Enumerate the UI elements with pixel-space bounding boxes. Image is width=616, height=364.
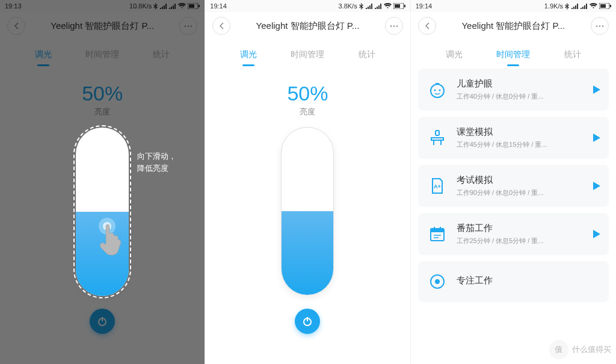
mode-subtitle: 工作40分钟 / 休息0分钟 / 重... [457, 92, 585, 101]
battery-icon [599, 3, 611, 9]
more-button[interactable] [591, 17, 609, 35]
svg-rect-11 [395, 4, 400, 8]
svg-point-22 [599, 25, 600, 26]
mode-title: 番茄工作 [457, 223, 585, 234]
brightness-slider[interactable] [281, 127, 334, 295]
tab-time-management[interactable]: 时间管理 [496, 46, 530, 64]
svg-point-24 [431, 84, 444, 97]
svg-rect-19 [600, 4, 606, 8]
calendar-icon [427, 223, 448, 245]
tabs: 调光 时间管理 统计 [411, 40, 616, 64]
mode-child-eye[interactable]: 儿童护眼 工作40分钟 / 休息0分钟 / 重... [418, 69, 609, 111]
chevron-left-icon [425, 22, 430, 29]
mode-title: 儿童护眼 [457, 78, 585, 90]
play-icon [593, 85, 600, 94]
status-netspeed: 3.8K/s [338, 2, 357, 10]
mode-title: 考试模拟 [457, 174, 585, 186]
mode-title: 专注工作 [457, 275, 600, 286]
wifi-icon [384, 3, 392, 9]
svg-rect-12 [404, 5, 405, 7]
svg-point-26 [439, 90, 440, 91]
brightness-value: 50% [287, 82, 328, 105]
exam-paper-icon: A+ [427, 175, 448, 197]
svg-rect-33 [431, 229, 444, 232]
tabs: 调光 时间管理 统计 [205, 40, 410, 64]
power-button[interactable] [295, 309, 320, 334]
screen-time-management: 19:14 1.9K/s Yeelight 智能护眼台灯 P... 调光 时间管… [411, 0, 616, 364]
status-icons: 1.9K/s [544, 2, 611, 10]
status-time: 19:14 [210, 2, 227, 10]
status-time: 19:14 [416, 2, 433, 10]
tutorial-highlight [73, 125, 131, 298]
child-face-icon [427, 79, 448, 100]
slider-fill [282, 211, 333, 295]
more-button[interactable] [385, 17, 403, 35]
tab-dimming[interactable]: 调光 [446, 46, 463, 64]
chevron-left-icon [219, 22, 224, 29]
back-button[interactable] [418, 17, 436, 35]
power-icon [302, 316, 313, 327]
play-icon [593, 182, 600, 190]
play-icon [593, 230, 600, 238]
watermark-text: 什么值得买 [572, 344, 611, 355]
mode-list: 儿童护眼 工作40分钟 / 休息0分钟 / 重... 课堂模拟 工作45分钟 /… [411, 64, 616, 302]
svg-point-15 [396, 25, 397, 26]
dots-icon [596, 25, 604, 27]
mode-classroom[interactable]: 课堂模拟 工作45分钟 / 休息15分钟 / 重... [418, 117, 609, 159]
screen-dimming-tutorial: 19:13 10.8K/s Yeelight 智能护眼台灯 P... 调光 时间… [0, 0, 205, 364]
tab-stats[interactable]: 统计 [359, 46, 375, 64]
tutorial-overlay[interactable]: 向下滑动， 降低亮度 [0, 0, 205, 364]
signal-icon [571, 4, 579, 9]
brightness-section: 50% 亮度 [205, 64, 410, 334]
play-icon [593, 134, 600, 142]
svg-point-13 [390, 25, 391, 26]
bluetooth-icon [359, 3, 364, 10]
pointer-hand-icon [95, 215, 131, 258]
watermark-badge: 值 [549, 340, 568, 359]
svg-point-23 [602, 25, 603, 26]
battery-icon [393, 3, 405, 9]
signal-icon [581, 4, 588, 9]
brightness-label: 亮度 [300, 106, 315, 117]
svg-point-21 [596, 25, 597, 26]
mode-subtitle: 工作90分钟 / 休息0分钟 / 重... [457, 188, 585, 197]
svg-text:A+: A+ [434, 184, 441, 190]
svg-rect-20 [610, 5, 611, 7]
page-title: Yeelight 智能护眼台灯 P... [230, 20, 384, 32]
svg-point-25 [434, 90, 436, 91]
status-icons: 3.8K/s [338, 2, 405, 10]
mode-focus[interactable]: 专注工作 [418, 261, 609, 302]
mode-subtitle: 工作45分钟 / 休息15分钟 / 重... [457, 140, 585, 149]
mode-exam[interactable]: A+ 考试模拟 工作90分钟 / 休息0分钟 / 重... [418, 165, 609, 207]
tutorial-hint: 向下滑动， 降低亮度 [137, 150, 176, 174]
dots-icon [390, 25, 398, 27]
bluetooth-icon [565, 3, 570, 10]
signal-icon [366, 4, 373, 9]
tab-time-management[interactable]: 时间管理 [291, 46, 324, 64]
focus-icon [427, 271, 448, 292]
mode-title: 课堂模拟 [457, 126, 585, 138]
screen-dimming: 19:14 3.8K/s Yeelight 智能护眼台灯 P... 调光 时间管… [205, 0, 410, 364]
wifi-icon [590, 3, 597, 9]
back-button[interactable] [212, 17, 230, 35]
status-netspeed: 1.9K/s [544, 2, 563, 10]
svg-point-39 [435, 279, 440, 284]
status-bar: 19:14 1.9K/s [411, 0, 616, 12]
svg-rect-28 [431, 138, 443, 140]
desk-icon [427, 127, 448, 149]
mode-pomodoro[interactable]: 番茄工作 工作25分钟 / 休息5分钟 / 重... [418, 213, 609, 255]
header: Yeelight 智能护眼台灯 P... [411, 12, 616, 40]
page-title: Yeelight 智能护眼台灯 P... [436, 20, 591, 32]
watermark: 值 什么值得买 [549, 340, 611, 359]
svg-point-14 [393, 25, 394, 26]
svg-rect-27 [436, 131, 439, 135]
status-bar: 19:14 3.8K/s [205, 0, 410, 12]
header: Yeelight 智能护眼台灯 P... [205, 12, 410, 40]
signal-icon [375, 4, 382, 9]
tab-stats[interactable]: 统计 [564, 46, 581, 64]
tab-dimming[interactable]: 调光 [240, 46, 257, 64]
mode-subtitle: 工作25分钟 / 休息5分钟 / 重... [457, 236, 585, 245]
